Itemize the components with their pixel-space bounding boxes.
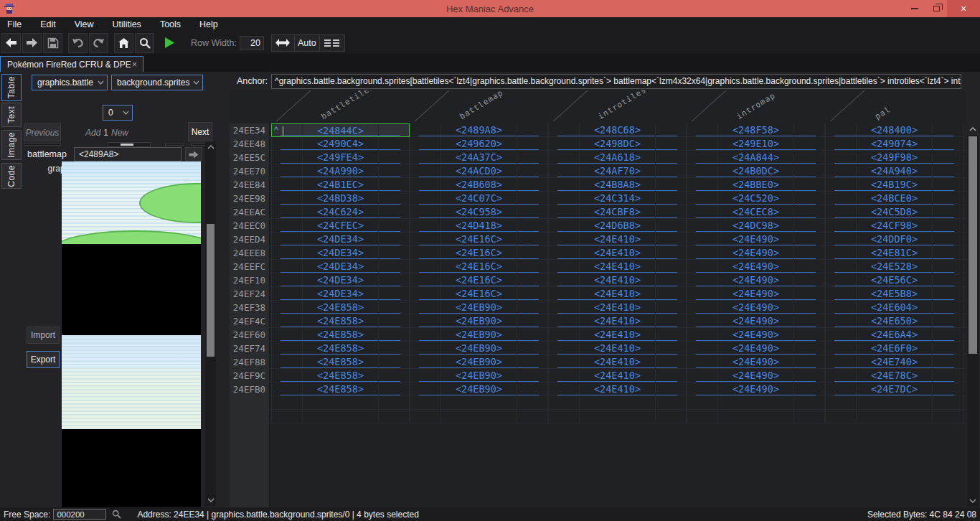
hex-row[interactable]: 24EED4<24DE34><24E16C><24E410><24E490><2… [230, 233, 966, 246]
scroll-up-icon[interactable] [205, 141, 216, 153]
pointer-cell-pal[interactable]: <24E6F0> [825, 342, 963, 355]
pointer-cell-intromap[interactable]: <24DC98> [687, 219, 825, 233]
undo-button[interactable] [68, 33, 88, 53]
hex-scrollbar-thumb[interactable] [969, 136, 977, 354]
pointer-cell-battletiles[interactable]: <24E858> [271, 355, 410, 369]
pointer-cell-introtiles[interactable]: <24E410> [548, 328, 687, 342]
tab-pokemon-firered[interactable]: Pokémon FireRed CFRU & DPE × [0, 56, 143, 72]
side-tab-table[interactable]: Table [1, 74, 22, 101]
pointer-cell-battlemap[interactable]: <24A37C> [410, 151, 548, 164]
redo-button[interactable] [89, 33, 108, 53]
pointer-cell-introtiles[interactable]: <24E410> [548, 287, 687, 301]
pointer-cell-battletiles[interactable]: <2490C4> [271, 137, 410, 151]
pointer-cell-intromap[interactable]: <248F58> [687, 123, 825, 137]
side-tab-text[interactable]: Text [1, 103, 22, 127]
pointer-cell-pal[interactable]: <24E604> [825, 301, 963, 314]
restore-button[interactable] [925, 0, 947, 17]
pointer-cell-battletiles[interactable]: <24E858> [271, 342, 410, 355]
pointer-cell-pal[interactable]: <24E56C> [825, 273, 963, 287]
save-button[interactable] [43, 33, 62, 53]
menu-file[interactable]: File [7, 19, 22, 29]
pointer-cell-introtiles[interactable]: <24E410> [548, 342, 687, 355]
pointer-cell-battlemap[interactable]: <24EB90> [410, 301, 548, 314]
pointer-cell-battlemap[interactable]: <24EB90> [410, 314, 548, 328]
pointer-cell-pal[interactable]: <24E78C> [825, 369, 963, 382]
pointer-cell-pal[interactable]: <24E528> [825, 260, 963, 273]
pointer-cell-battlemap[interactable]: <24B608> [410, 178, 548, 192]
auto-width-button[interactable]: Auto [295, 35, 320, 51]
home-button[interactable] [114, 33, 133, 53]
left-panel-scrollbar[interactable] [205, 141, 216, 506]
pointer-cell-battletiles[interactable]: <24A990> [271, 164, 410, 178]
pointer-cell-intromap[interactable]: <24E490> [687, 260, 825, 273]
pointer-cell-battlemap[interactable]: <24E16C> [410, 233, 548, 246]
pointer-cell-battlemap[interactable]: <24E16C> [410, 273, 548, 287]
pointer-cell-battletiles[interactable]: <24E858> [271, 369, 410, 382]
hex-row[interactable]: 24EEFC<24DE34><24E16C><24E410><24E490><2… [230, 260, 966, 273]
pointer-cell-intromap[interactable]: <24B0DC> [687, 164, 825, 178]
pointer-cell-intromap[interactable]: <24E490> [687, 273, 825, 287]
pointer-cell-intromap[interactable]: <24A844> [687, 151, 825, 164]
pointer-cell-battletiles[interactable]: <24CFEC> [271, 219, 410, 233]
pointer-cell-battletiles[interactable]: <24DE34> [271, 233, 410, 246]
pointer-cell-intromap[interactable]: <24E490> [687, 246, 825, 260]
hex-row[interactable]: 24EF10<24DE34><24E16C><24E410><24E490><2… [230, 273, 966, 287]
hex-row[interactable]: 24EF74<24E858><24EB90><24E410><24E490><2… [230, 342, 966, 355]
pointer-cell-pal[interactable]: <248400> [825, 123, 963, 137]
pointer-cell-pal[interactable]: <24A940> [825, 164, 963, 178]
side-tab-image[interactable]: Image [1, 130, 22, 160]
close-button[interactable]: × [947, 0, 980, 17]
pointer-cell-introtiles[interactable]: <2498DC> [548, 137, 687, 151]
pointer-cell-battletiles[interactable]: <24DE34> [271, 260, 410, 273]
hex-row[interactable]: 24EE84<24B1EC><24B608><24B8A8><24BBE0><2… [230, 178, 966, 192]
pointer-cell-pal[interactable]: <24BCE0> [825, 192, 963, 205]
menu-utilities[interactable]: Utilities [113, 19, 141, 29]
index-dropdown[interactable]: 0 [103, 105, 133, 121]
pointer-cell-intromap[interactable]: <24CEC8> [687, 205, 825, 219]
intro-background-preview[interactable] [62, 335, 201, 429]
pointer-cell-introtiles[interactable]: <24E410> [548, 301, 687, 314]
pointer-cell-battletiles[interactable]: <24DE34> [271, 273, 410, 287]
pointer-cell-intromap[interactable]: <24E490> [687, 301, 825, 314]
pointer-cell-pal[interactable]: <24B19C> [825, 178, 963, 192]
pointer-cell-battletiles[interactable]: <24E858> [271, 314, 410, 328]
battlemap-pointer-input[interactable]: <2489A8> [74, 147, 182, 161]
pointer-cell-intromap[interactable]: <24E490> [687, 382, 825, 396]
row-width-input[interactable] [240, 36, 264, 50]
pointer-cell-intromap[interactable]: <24E490> [687, 314, 825, 328]
hex-row[interactable]: 24EEC0<24CFEC><24D418><24D6B8><24DC98><2… [230, 219, 966, 233]
pointer-cell-introtiles[interactable]: <24E410> [548, 273, 687, 287]
mini-scrollbar-thumb[interactable] [121, 144, 133, 146]
import-button[interactable]: Import [27, 327, 60, 344]
hex-row[interactable]: 24EE98<24BD38><24C07C><24C314><24C520><2… [230, 192, 966, 205]
pointer-cell-battlemap[interactable]: <249620> [410, 137, 548, 151]
pointer-cell-battlemap[interactable]: <24EB90> [410, 369, 548, 382]
forward-button[interactable] [22, 33, 42, 53]
pointer-cell-introtiles[interactable]: <248C68> [548, 123, 687, 137]
pointer-cell-battlemap[interactable]: <24E16C> [410, 287, 548, 301]
pointer-cell-battletiles[interactable]: <24DE34> [271, 246, 410, 260]
pointer-cell-pal[interactable]: <24E7DC> [825, 382, 963, 396]
pointer-cell-battlemap[interactable]: <24ACD0> [410, 164, 548, 178]
pointer-cell-battlemap[interactable]: <24C958> [410, 205, 548, 219]
scroll-down-icon[interactable] [205, 494, 216, 506]
battle-background-preview[interactable] [62, 161, 201, 244]
menu-edit[interactable]: Edit [40, 19, 56, 29]
pointer-cell-battletiles[interactable]: <24DE34> [271, 287, 410, 301]
hex-row[interactable]: 24EF88<24E858><24EB90><24E410><24E490><2… [230, 355, 966, 369]
pointer-cell-introtiles[interactable]: <24B8A8> [548, 178, 687, 192]
back-button[interactable] [1, 33, 21, 53]
previous-button[interactable]: Previous [24, 123, 61, 141]
table-dropdown[interactable]: background.sprites [111, 75, 203, 90]
pointer-cell-pal[interactable]: <24DDF0> [825, 233, 963, 246]
pointer-cell-battletiles[interactable]: <24844C>^ [271, 123, 410, 137]
group-dropdown[interactable]: graphics.battle [32, 75, 108, 90]
free-space-input[interactable] [53, 509, 106, 520]
pointer-cell-introtiles[interactable]: <24E410> [548, 369, 687, 382]
pointer-cell-pal[interactable]: <24E650> [825, 314, 963, 328]
hex-row[interactable]: 24EFB0<24E858><24EB90><24E410><24E490><2… [230, 382, 966, 396]
pointer-cell-battlemap[interactable]: <24C07C> [410, 192, 548, 205]
menu-view[interactable]: View [75, 19, 94, 29]
pointer-cell-introtiles[interactable]: <24E410> [548, 233, 687, 246]
pointer-cell-intromap[interactable]: <24BBE0> [687, 178, 825, 192]
